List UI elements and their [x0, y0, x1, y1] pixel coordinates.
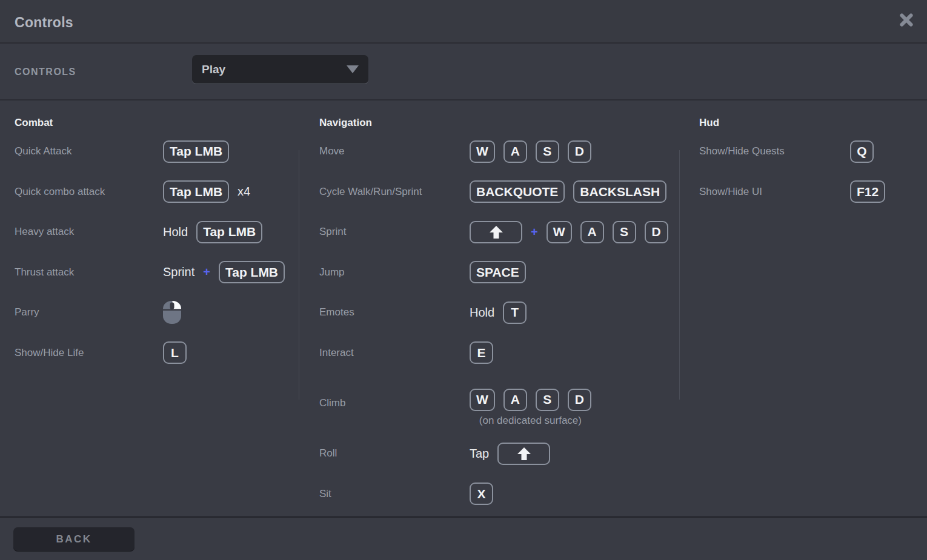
- section-title-combat: Combat: [15, 117, 293, 130]
- binding-label: Show/Hide Life: [15, 347, 163, 359]
- binding-row-sit: Sit X: [319, 474, 671, 515]
- binding-row-quick-combo-attack: Quick combo attack Tap LMB x4: [15, 172, 293, 212]
- climb-surface-note: (on dedicated surface): [470, 415, 591, 427]
- combat-section: Combat Quick Attack Tap LMB Quick combo …: [15, 102, 293, 373]
- binding-label: Interact: [319, 347, 470, 359]
- binding-row-emotes: Emotes Hold T: [319, 292, 671, 333]
- keybind-tap-lmb[interactable]: Tap LMB: [163, 140, 229, 163]
- binding-row-jump: Jump SPACE: [319, 252, 671, 293]
- keybind-space[interactable]: SPACE: [470, 261, 526, 283]
- keybind-tap-lmb[interactable]: Tap LMB: [196, 221, 262, 243]
- controls-mode-dropdown[interactable]: Play: [192, 55, 368, 84]
- close-icon: [899, 12, 914, 30]
- section-title-navigation: Navigation: [319, 117, 671, 130]
- section-title-hud: Hud: [699, 117, 917, 130]
- binding-row-interact: Interact E: [319, 333, 671, 374]
- keybind-q[interactable]: Q: [850, 140, 874, 163]
- keybind-s[interactable]: S: [613, 221, 636, 243]
- binding-row-climb: Climb W A S D (on dedicated surface): [319, 373, 671, 433]
- keybind-l[interactable]: L: [163, 341, 187, 364]
- binding-label: Show/Hide Quests: [699, 145, 850, 157]
- tap-modifier-text: Tap: [470, 447, 489, 461]
- controls-bar: CONTROLS Play: [0, 45, 927, 100]
- binding-row-heavy-attack: Heavy attack Hold Tap LMB: [15, 212, 293, 252]
- keybind-w[interactable]: W: [547, 221, 572, 243]
- binding-row-quick-attack: Quick Attack Tap LMB: [15, 131, 293, 172]
- navigation-section: Navigation Move W A S D Cycle Walk/Run/S…: [319, 102, 671, 514]
- keybind-d[interactable]: D: [645, 221, 668, 243]
- binding-label: Parry: [15, 306, 163, 318]
- binding-label: Show/Hide UI: [699, 186, 850, 198]
- binding-label: Quick combo attack: [15, 186, 163, 198]
- footer-bar: BACK: [0, 516, 927, 560]
- keybind-a[interactable]: A: [580, 221, 604, 243]
- bindings-panel: Combat Quick Attack Tap LMB Quick combo …: [0, 102, 927, 516]
- keybind-x[interactable]: X: [470, 483, 493, 505]
- keybind-f12[interactable]: F12: [850, 180, 885, 203]
- binding-label: Quick Attack: [15, 145, 163, 157]
- keybind-tap-lmb[interactable]: Tap LMB: [219, 261, 285, 283]
- binding-row-sprint: Sprint + W A S D: [319, 212, 671, 252]
- shift-arrow-icon: [517, 447, 531, 460]
- keybind-a[interactable]: A: [503, 389, 527, 411]
- binding-row-show-hide-quests: Show/Hide Quests Q: [699, 131, 917, 172]
- keybind-s[interactable]: S: [536, 140, 559, 163]
- keybind-a[interactable]: A: [503, 140, 527, 163]
- binding-label: Climb: [319, 397, 470, 409]
- binding-label: Move: [319, 145, 470, 157]
- binding-row-roll: Roll Tap: [319, 433, 671, 474]
- keybind-backquote[interactable]: BACKQUOTE: [470, 180, 565, 203]
- column-divider: [679, 150, 680, 400]
- back-button[interactable]: BACK: [13, 527, 135, 552]
- plus-separator: +: [531, 225, 538, 239]
- binding-label: Jump: [319, 266, 470, 278]
- binding-row-show-hide-life: Show/Hide Life L: [15, 333, 293, 374]
- page-title: Controls: [15, 15, 73, 31]
- keybind-tap-lmb[interactable]: Tap LMB: [163, 180, 229, 203]
- binding-label: Sit: [319, 488, 470, 500]
- sprint-modifier-text: Sprint: [163, 265, 194, 279]
- keybind-w[interactable]: W: [470, 140, 495, 163]
- title-bar: Controls: [0, 0, 927, 44]
- keybind-t[interactable]: T: [503, 301, 527, 324]
- keybind-w[interactable]: W: [470, 389, 495, 411]
- dropdown-selected-value: Play: [202, 63, 225, 76]
- binding-label: Emotes: [319, 306, 470, 318]
- keybind-d[interactable]: D: [568, 389, 591, 411]
- keybind-d[interactable]: D: [568, 140, 591, 163]
- binding-row-parry: Parry: [15, 292, 293, 333]
- plus-separator: +: [203, 265, 210, 279]
- close-button[interactable]: [895, 10, 917, 31]
- binding-label: Roll: [319, 447, 470, 460]
- column-divider: [299, 150, 299, 400]
- controls-bar-label: CONTROLS: [15, 67, 76, 77]
- binding-row-cycle-walk-run-sprint: Cycle Walk/Run/Sprint BACKQUOTE BACKSLAS…: [319, 172, 671, 212]
- binding-row-thrust-attack: Thrust attack Sprint + Tap LMB: [15, 252, 293, 293]
- shift-arrow-icon: [489, 226, 503, 239]
- binding-row-show-hide-ui: Show/Hide UI F12: [699, 172, 917, 212]
- keybind-backslash[interactable]: BACKSLASH: [573, 180, 666, 203]
- binding-label: Heavy attack: [15, 226, 163, 238]
- keybind-e[interactable]: E: [470, 341, 493, 364]
- right-mouse-button-icon[interactable]: [163, 301, 181, 324]
- binding-label: Thrust attack: [15, 266, 163, 278]
- chevron-down-icon: [347, 65, 359, 73]
- hold-modifier-text: Hold: [470, 306, 494, 320]
- keybind-s[interactable]: S: [536, 389, 559, 411]
- hud-section: Hud Show/Hide Quests Q Show/Hide UI F12: [699, 102, 917, 212]
- binding-label: Sprint: [319, 226, 470, 238]
- binding-row-move: Move W A S D: [319, 131, 671, 172]
- binding-label: Cycle Walk/Run/Sprint: [319, 186, 470, 198]
- hold-modifier-text: Hold: [163, 225, 188, 239]
- keybind-shift[interactable]: [497, 443, 550, 465]
- keybind-shift[interactable]: [470, 221, 522, 243]
- repeat-count-text: x4: [238, 185, 250, 199]
